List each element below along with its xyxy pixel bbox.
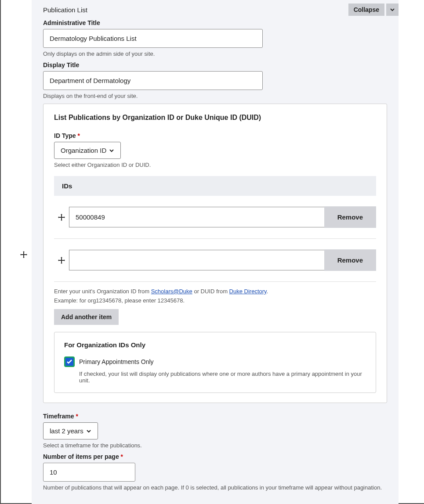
chevron-down-icon	[109, 148, 114, 153]
row-drag-handle[interactable]	[54, 257, 69, 264]
publications-heading: List Publications by Organization ID or …	[54, 114, 376, 122]
collapse-chevron-button[interactable]	[386, 4, 399, 16]
primary-appointments-checkbox[interactable]	[64, 356, 75, 367]
timeframe-select[interactable]: last 2 years	[43, 422, 98, 439]
id-input[interactable]	[69, 250, 324, 270]
id-type-label: ID Type *	[54, 132, 376, 139]
section-title: Publication List	[43, 6, 87, 14]
directory-link[interactable]: Duke Directory	[229, 288, 267, 295]
id-input[interactable]	[69, 207, 324, 227]
id-type-help: Select either Organization ID or DUID.	[54, 162, 376, 168]
admin-title-input[interactable]	[43, 29, 263, 48]
timeframe-help: Select a timeframe for the publications.	[43, 442, 387, 449]
timeframe-label: Timeframe *	[43, 413, 387, 420]
org-only-heading: For Organization IDs Only	[64, 341, 366, 349]
check-icon	[66, 359, 72, 365]
id-type-select[interactable]: Organization ID	[54, 142, 121, 159]
admin-title-label: Administrative Title	[43, 19, 387, 26]
collapse-button[interactable]: Collapse	[348, 4, 384, 16]
block-drag-handle[interactable]	[20, 251, 27, 260]
ids-example: Example: for org12345678, please enter 1…	[54, 297, 376, 304]
display-title-help: Displays on the front-end of your site.	[43, 93, 387, 99]
display-title-label: Display Title	[43, 61, 387, 68]
ids-header: IDs	[54, 176, 376, 196]
publications-card: List Publications by Organization ID or …	[43, 104, 387, 403]
chevron-down-icon	[390, 7, 395, 12]
remove-button[interactable]: Remove	[324, 249, 376, 271]
per-page-help: Number of publications that will appear …	[43, 484, 387, 491]
display-title-input[interactable]	[43, 71, 263, 90]
per-page-input[interactable]	[43, 463, 135, 482]
ids-help: Enter your unit's Organization ID from S…	[54, 288, 376, 295]
id-row: Remove	[54, 196, 376, 239]
per-page-label: Number of items per page *	[43, 453, 387, 460]
remove-button[interactable]: Remove	[324, 206, 376, 228]
admin-title-help: Only displays on the admin side of your …	[43, 50, 387, 57]
chevron-down-icon	[86, 428, 91, 434]
scholars-link[interactable]: Scholars@Duke	[151, 288, 192, 295]
primary-appointments-label: Primary Appointments Only	[79, 358, 154, 365]
org-only-card: For Organization IDs Only Primary Appoin…	[54, 332, 376, 393]
row-drag-handle[interactable]	[54, 214, 69, 221]
id-row: Remove	[54, 239, 376, 282]
add-item-button[interactable]: Add another item	[54, 309, 119, 325]
primary-appointments-help: If checked, your list will display only …	[79, 371, 366, 384]
